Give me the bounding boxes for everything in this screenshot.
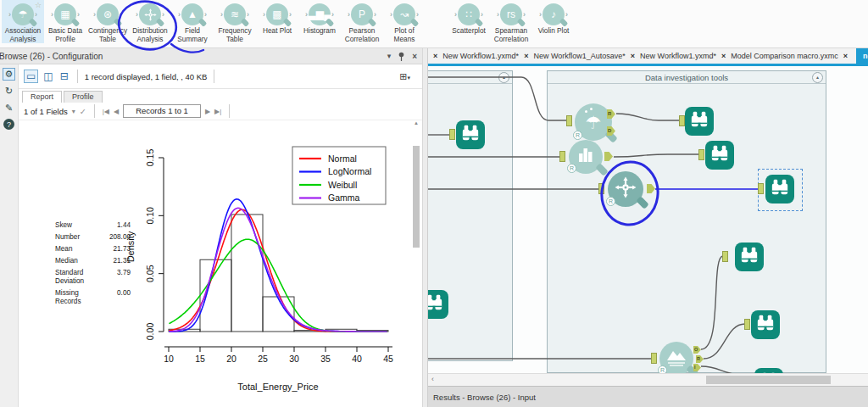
toolbar-tool-heat-plot[interactable]: ›▩›Heat Plot	[256, 0, 298, 36]
panel-close-icon[interactable]: ×	[412, 52, 417, 61]
distribution-analysis-tool[interactable]: R	[608, 171, 643, 207]
tab-close-icon[interactable]: ×	[433, 52, 437, 60]
association-input-anchor[interactable]	[566, 115, 572, 126]
browse-tool[interactable]	[705, 141, 734, 170]
toolbar-tool-pearson-correlation[interactable]: ›P›Pearson Correlation	[341, 0, 383, 43]
layout-two-rows-button[interactable]: ⊟	[58, 70, 70, 82]
tab-close-icon[interactable]: ×	[524, 52, 528, 60]
export-button[interactable]: ⊞▾	[399, 71, 410, 82]
refresh-icon[interactable]: ↻	[3, 85, 15, 98]
panel-dropdown-icon[interactable]: ▾	[387, 52, 392, 60]
toolbar-tool-label: Contingency Table	[86, 27, 129, 43]
anchor-chevron-icon: ›	[374, 10, 376, 19]
tab-close-icon[interactable]: ×	[721, 52, 726, 60]
pin-icon[interactable]	[398, 52, 405, 61]
toolbar-tool-distribution-analysis[interactable]: ››Distribution Analysis	[129, 0, 171, 43]
panel-splitter[interactable]	[422, 48, 428, 407]
prev-record-button[interactable]: ◀	[114, 108, 119, 115]
browse-tool-selected[interactable]	[765, 175, 794, 204]
anchor-chevron-icon: ›	[35, 10, 37, 19]
workflow-tab-active[interactable]: new data pred	[856, 48, 868, 64]
browse-input-anchor[interactable]	[449, 129, 455, 140]
toolbar-tool-basic-data-profile[interactable]: ›▦›Basic Data Profile	[44, 0, 86, 43]
svg-text:Gamma: Gamma	[328, 192, 360, 203]
browse-input-anchor[interactable]	[698, 149, 704, 160]
toolbar-tool-label: Spearman Correlation	[490, 27, 532, 43]
browse-tool[interactable]	[754, 368, 783, 373]
workflow-tab-3[interactable]: Model Comparison macro.yxmc	[731, 52, 838, 60]
report-profile-tabs: Report Profile	[19, 89, 422, 103]
tool-config-icon[interactable]: ⚙	[3, 68, 15, 81]
svg-text:3.79: 3.79	[117, 269, 131, 276]
first-record-button[interactable]: |◀	[103, 108, 109, 115]
browse-input-anchor[interactable]	[744, 319, 750, 330]
binoculars-icon	[690, 110, 709, 132]
fields-dropdown-icon[interactable]: ▾	[72, 108, 75, 115]
browse-input-anchor[interactable]	[722, 251, 728, 262]
scrollbar-thumb[interactable]	[706, 376, 831, 384]
toolbar-tool-label: Pearson Correlation	[341, 27, 383, 43]
r-language-badge: R	[573, 131, 582, 140]
histogram-input-anchor[interactable]	[559, 151, 565, 162]
svg-text:LogNormal: LogNormal	[328, 166, 371, 176]
svg-text:0.15: 0.15	[145, 149, 155, 167]
toolbar-tool-association-analysis[interactable]: ›☂›☆Association Analysis	[2, 0, 44, 43]
scrollbar-thumb[interactable]	[413, 146, 420, 248]
browse-input-anchor[interactable]	[679, 115, 685, 126]
toolbar-tool-scatterplot[interactable]: ›∷›Scatterplot	[448, 0, 490, 36]
anchor-chevron-icon: ›	[289, 10, 292, 19]
layout-single-pane-button[interactable]: ▭	[24, 70, 38, 83]
browse-input-anchor[interactable]	[758, 183, 764, 194]
svg-text:21.31: 21.31	[114, 257, 131, 265]
svg-text:1.44: 1.44	[117, 221, 131, 229]
tab-close-icon[interactable]: ×	[843, 52, 848, 60]
layout-two-columns-button[interactable]: ◫	[42, 70, 54, 82]
toolbar-tool-plot-of-means[interactable]: ›↝›Plot of Means	[383, 0, 426, 43]
workflow-tab-1[interactable]: New Workflow1_Autosave*	[533, 52, 625, 60]
report-vertical-scrollbar[interactable]: ▲	[412, 120, 420, 375]
toolbar-tool-field-summary[interactable]: ›▲›Field Summary	[171, 0, 214, 43]
next-record-button[interactable]: ▶	[205, 108, 210, 115]
tab-report[interactable]: Report	[22, 91, 62, 103]
workflow-canvas[interactable]: ▴ Data investigation tools ▴	[428, 66, 868, 373]
scroll-up-icon[interactable]: ▲	[412, 120, 420, 125]
workflow-tab-0[interactable]: New Workflow1.yxmd*	[442, 52, 519, 60]
wire-to-association-tool	[428, 77, 567, 120]
field-summary-input-anchor[interactable]	[651, 353, 657, 364]
field-summary-tool[interactable]: R	[659, 342, 693, 373]
plot-of-means-icon: ↝	[393, 3, 415, 25]
annotation-pencil-icon[interactable]: ✎	[3, 102, 15, 114]
toolbar-tool-violin-plot[interactable]: ›♪›Violin Plot	[532, 0, 575, 36]
scatterplot-icon: ∷	[458, 3, 480, 25]
help-icon[interactable]: ?	[3, 119, 14, 130]
svg-text:Weibull: Weibull	[328, 180, 357, 190]
toolbar-tool-spearman-correlation[interactable]: ›rs›Spearman Correlation	[490, 0, 532, 43]
apply-check-icon[interactable]: ✓	[80, 107, 86, 116]
last-record-button[interactable]: ▶|	[214, 108, 221, 115]
toolbar-tool-frequency-table[interactable]: ›≋›Frequency Table	[214, 0, 256, 43]
tool-palette: ›☂›☆Association Analysis›▦›Basic Data Pr…	[0, 0, 868, 48]
toolbar-tool-histogram[interactable]: ›▃▆▄›Histogram	[298, 0, 341, 36]
toolbar-tool-contingency-table[interactable]: ›⊛›Contingency Table	[86, 0, 129, 43]
workflow-tab-2[interactable]: New Workflow1.yxmd*	[640, 52, 716, 60]
anchor-chevron-icon: ›	[539, 10, 542, 19]
anchor-chevron-icon: ›	[178, 10, 181, 19]
toolbar-tool-label: Frequency Table	[214, 27, 256, 43]
browse-tool[interactable]	[456, 120, 485, 149]
workflow-area: ×New Workflow1.yxmd*×New Workflow1_Autos…	[428, 48, 868, 407]
browse-tool[interactable]	[751, 310, 780, 339]
distribution-input-anchor[interactable]	[598, 183, 604, 194]
fields-selector[interactable]: 1 of 1 Fields	[24, 107, 68, 116]
heat-plot-icon: ▩	[266, 3, 288, 25]
tab-close-icon[interactable]: ×	[631, 52, 635, 60]
browse-tool[interactable]	[428, 290, 448, 319]
histogram-tool[interactable]: R	[569, 140, 603, 174]
browse-tool[interactable]	[735, 243, 764, 271]
association-analysis-tool[interactable]: ☂ R	[575, 103, 612, 141]
scroll-left-icon[interactable]: ‹	[431, 375, 434, 383]
favorite-star-icon[interactable]: ☆	[35, 1, 42, 9]
browse-tool[interactable]	[685, 107, 714, 136]
canvas-horizontal-scrollbar[interactable]: ‹	[428, 373, 868, 386]
records-range-box[interactable]: Records 1 to 1	[123, 104, 201, 118]
tab-profile[interactable]: Profile	[64, 91, 103, 103]
